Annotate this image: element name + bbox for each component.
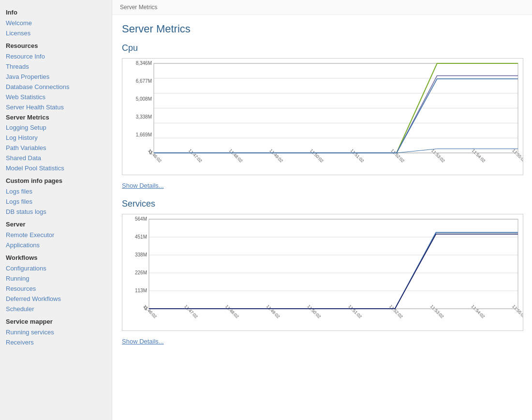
cpu-show-details-link[interactable]: Show Details... bbox=[122, 182, 164, 189]
sidebar-item-configurations[interactable]: Configurations bbox=[0, 263, 112, 273]
sidebar-section-header: Custom info pages bbox=[0, 173, 112, 186]
sidebar-item-deferred-workflows[interactable]: Deferred Workflows bbox=[0, 294, 112, 304]
sidebar-item-resource-info[interactable]: Resource Info bbox=[0, 51, 112, 61]
services-chart bbox=[122, 214, 523, 331]
section-cpu-title: Cpu bbox=[122, 43, 522, 53]
page-title: Server Metrics bbox=[122, 23, 522, 35]
sidebar-item-logs-files[interactable]: Logs files bbox=[0, 196, 112, 207]
sidebar-item-database-connections[interactable]: Database Connections bbox=[0, 82, 112, 92]
sidebar-section-header: Info bbox=[0, 5, 112, 18]
sidebar-item-resources[interactable]: Resources bbox=[0, 284, 112, 294]
sidebar-item-log-history[interactable]: Log History bbox=[0, 133, 112, 143]
sidebar-item-web-statistics[interactable]: Web Statistics bbox=[0, 92, 112, 102]
sidebar-item-shared-data[interactable]: Shared Data bbox=[0, 153, 112, 163]
sidebar-item-receivers[interactable]: Receivers bbox=[0, 337, 112, 347]
sidebar-item-scheduler[interactable]: Scheduler bbox=[0, 304, 112, 314]
main-content: Server Metrics Server Metrics Cpu Show D… bbox=[112, 0, 532, 420]
sidebar: InfoWelcomeLicensesResourcesResource Inf… bbox=[0, 0, 112, 420]
sidebar-item-remote-executor[interactable]: Remote Executor bbox=[0, 230, 112, 240]
section-services-title: Services bbox=[122, 199, 522, 209]
sidebar-section-header: Resources bbox=[0, 38, 112, 51]
sidebar-item-db-status-logs[interactable]: DB status logs bbox=[0, 207, 112, 217]
sidebar-item-welcome[interactable]: Welcome bbox=[0, 18, 112, 28]
sidebar-item-model-pool-statistics[interactable]: Model Pool Statistics bbox=[0, 163, 112, 173]
services-show-details-link[interactable]: Show Details... bbox=[122, 338, 164, 345]
sidebar-section-header: Server bbox=[0, 217, 112, 230]
sidebar-item-running-services[interactable]: Running services bbox=[0, 327, 112, 337]
cpu-chart bbox=[122, 58, 523, 175]
sidebar-item-applications[interactable]: Applications bbox=[0, 240, 112, 250]
sidebar-item-threads[interactable]: Threads bbox=[0, 61, 112, 72]
sidebar-item-logs-files[interactable]: Logs files bbox=[0, 186, 112, 196]
sidebar-item-running[interactable]: Running bbox=[0, 273, 112, 284]
sidebar-item-logging-setup[interactable]: Logging Setup bbox=[0, 122, 112, 133]
cpu-chart-container bbox=[122, 58, 522, 179]
sidebar-section-header: Workflows bbox=[0, 250, 112, 263]
breadcrumb: Server Metrics bbox=[112, 0, 532, 15]
sidebar-section-header: Service mapper bbox=[0, 314, 112, 327]
sidebar-item-server-metrics[interactable]: Server Metrics bbox=[0, 112, 112, 122]
sidebar-item-java-properties[interactable]: Java Properties bbox=[0, 72, 112, 82]
sidebar-item-server-health-status[interactable]: Server Health Status bbox=[0, 102, 112, 112]
sidebar-item-licenses[interactable]: Licenses bbox=[0, 28, 112, 38]
services-chart-container bbox=[122, 214, 522, 335]
sidebar-item-path-variables[interactable]: Path Variables bbox=[0, 143, 112, 153]
